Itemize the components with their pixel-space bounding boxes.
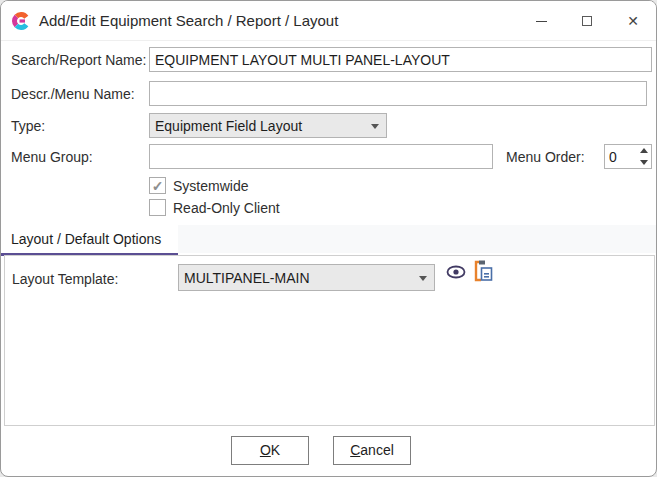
descr-menu-name-label: Descr./Menu Name: (11, 86, 135, 102)
descr-menu-name-input[interactable] (149, 81, 647, 106)
app-logo-icon (11, 11, 31, 31)
menu-order-stepper (604, 144, 652, 169)
close-button[interactable]: ✕ (610, 1, 656, 41)
preview-eye-icon[interactable] (445, 263, 467, 281)
chevron-down-icon (419, 276, 427, 281)
window-title: Add/Edit Equipment Search / Report / Lay… (39, 1, 338, 41)
tab-label: Layout / Default Options (1, 231, 161, 247)
dialog-window: Add/Edit Equipment Search / Report / Lay… (0, 0, 657, 477)
spin-up-button[interactable] (637, 145, 651, 157)
read-only-client-label: Read-Only Client (173, 200, 280, 216)
maximize-icon (582, 16, 592, 26)
menu-group-input[interactable] (149, 144, 493, 169)
minimize-button[interactable] (518, 1, 564, 41)
paste-layout-icon[interactable] (471, 259, 493, 283)
type-label: Type: (11, 118, 45, 134)
type-dropdown[interactable]: Equipment Field Layout (149, 113, 387, 138)
arrow-up-icon (640, 148, 648, 153)
tab-strip: Layout / Default Options (1, 225, 656, 253)
window-controls: ✕ (518, 1, 656, 41)
layout-template-label: Layout Template: (12, 271, 118, 287)
systemwide-label: Systemwide (173, 178, 248, 194)
search-report-name-input[interactable] (149, 47, 652, 72)
search-report-name-label: Search/Report Name: (11, 52, 146, 68)
layout-options-panel: Layout Template: MULTIPANEL-MAIN (4, 255, 655, 426)
systemwide-row: ✓ Systemwide (149, 177, 248, 194)
tab-layout-default-options[interactable]: Layout / Default Options (1, 225, 178, 253)
chevron-down-icon (371, 124, 379, 129)
type-dropdown-value: Equipment Field Layout (155, 118, 302, 134)
arrow-down-icon (640, 160, 648, 165)
read-only-client-row: Read-Only Client (149, 199, 280, 216)
ok-button[interactable]: OK (231, 436, 309, 465)
systemwide-checkbox[interactable]: ✓ (149, 177, 166, 194)
check-icon: ✓ (152, 179, 164, 193)
menu-order-spin-buttons (637, 145, 651, 168)
menu-order-label: Menu Order: (506, 149, 585, 165)
maximize-button[interactable] (564, 1, 610, 41)
menu-order-input[interactable] (605, 145, 637, 168)
read-only-client-checkbox[interactable] (149, 199, 166, 216)
layout-template-value: MULTIPANEL-MAIN (184, 270, 310, 286)
title-bar: Add/Edit Equipment Search / Report / Lay… (1, 1, 656, 41)
menu-group-label: Menu Group: (11, 149, 93, 165)
spin-down-button[interactable] (637, 157, 651, 169)
close-icon: ✕ (627, 14, 639, 28)
cancel-button[interactable]: Cancel (333, 436, 411, 465)
minimize-icon (536, 21, 547, 22)
layout-template-dropdown[interactable]: MULTIPANEL-MAIN (178, 264, 435, 291)
